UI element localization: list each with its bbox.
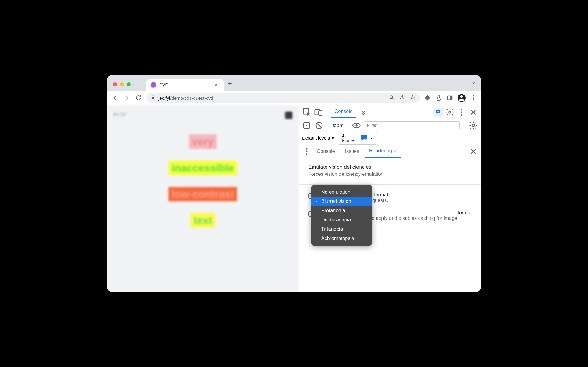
maximize-window-button[interactable] bbox=[127, 82, 131, 86]
sidepanel-icon[interactable] bbox=[446, 95, 453, 101]
live-expression-icon[interactable] bbox=[352, 121, 361, 130]
settings-icon[interactable] bbox=[445, 108, 454, 117]
console-infobar: Default levels ▾ 4 Issues: 4 bbox=[299, 132, 481, 144]
svg-point-6 bbox=[473, 97, 474, 99]
section-title: Emulate vision deficiencies bbox=[308, 164, 472, 170]
close-devtools-icon[interactable] bbox=[469, 108, 478, 117]
drawer-tabbar: Console Issues Rendering × bbox=[299, 144, 481, 158]
web-page: jec.fyi very inaccessible low-contrast t… bbox=[107, 105, 299, 292]
console-sidebar-toggle-icon[interactable] bbox=[302, 121, 311, 130]
drawer-tab-console[interactable]: Console bbox=[313, 146, 339, 157]
tab-title: CVD bbox=[159, 82, 210, 87]
theme-toggle[interactable] bbox=[285, 112, 292, 119]
menu-icon[interactable] bbox=[470, 95, 477, 101]
log-levels-select[interactable]: Default levels ▾ bbox=[302, 135, 334, 141]
tab-strip: CVD × + bbox=[107, 75, 481, 91]
vision-deficiency-dropdown[interactable]: No emulation Blurred vision Protanopia D… bbox=[311, 185, 372, 246]
page-brand: jec.fyi bbox=[113, 112, 126, 119]
lock-icon bbox=[151, 95, 155, 101]
svg-point-19 bbox=[306, 148, 308, 149]
url-host: jec.fyi/demo/cds-quest-cvd bbox=[158, 95, 213, 101]
drawer-tab-rendering[interactable]: Rendering × bbox=[365, 145, 401, 158]
svg-point-20 bbox=[306, 150, 308, 152]
rendering-panel: Emulate vision deficiencies Forces visio… bbox=[299, 158, 481, 292]
bookmark-icon[interactable] bbox=[410, 95, 415, 101]
reload-button[interactable] bbox=[135, 94, 142, 102]
console-toolbar: top ▾ Filter bbox=[299, 119, 481, 132]
demo-word: inaccessible bbox=[168, 161, 237, 175]
tabs-overflow-button[interactable] bbox=[471, 80, 476, 87]
content-area: jec.fyi very inaccessible low-contrast t… bbox=[107, 105, 481, 292]
more-tabs-icon[interactable] bbox=[359, 108, 368, 117]
devtools-panel: Console bbox=[299, 105, 481, 292]
back-button[interactable] bbox=[111, 94, 119, 102]
svg-rect-0 bbox=[152, 97, 154, 99]
address-bar[interactable]: jec.fyi/demo/cds-quest-cvd bbox=[147, 93, 420, 103]
svg-point-5 bbox=[473, 95, 474, 97]
omnibox-actions bbox=[389, 95, 415, 101]
dropdown-option[interactable]: Achromatopsia bbox=[311, 234, 372, 243]
close-drawer-icon[interactable] bbox=[469, 147, 478, 156]
close-window-button[interactable] bbox=[113, 82, 117, 86]
dropdown-option[interactable]: Protanopia bbox=[311, 206, 372, 215]
dropdown-option[interactable]: Deuteranopia bbox=[311, 215, 372, 225]
context-selector[interactable]: top ▾ bbox=[333, 123, 343, 128]
new-tab-button[interactable]: + bbox=[224, 80, 236, 91]
browser-window: CVD × + jec.fyi/demo/cds-quest-cvd bbox=[107, 75, 481, 292]
kebab-icon[interactable] bbox=[457, 108, 466, 117]
dropdown-arrow-icon: ▾ bbox=[340, 123, 343, 128]
issues-button[interactable]: 4 Issues: 4 bbox=[339, 132, 377, 145]
svg-point-17 bbox=[355, 124, 358, 127]
svg-point-4 bbox=[460, 95, 463, 98]
filter-input[interactable]: Filter bbox=[364, 121, 460, 129]
favicon bbox=[151, 82, 156, 88]
share-icon[interactable] bbox=[399, 95, 405, 101]
svg-point-12 bbox=[461, 108, 462, 110]
svg-rect-3 bbox=[450, 96, 452, 100]
window-controls bbox=[110, 82, 134, 91]
extensions-icon[interactable] bbox=[424, 95, 431, 101]
dropdown-option-selected[interactable]: Blurred vision bbox=[311, 197, 372, 206]
svg-rect-10 bbox=[319, 111, 322, 115]
devtools-tabbar: Console bbox=[299, 105, 481, 119]
toolbar: jec.fyi/demo/cds-quest-cvd bbox=[107, 91, 481, 105]
devtools-tab-console[interactable]: Console bbox=[331, 106, 356, 118]
demo-word: very bbox=[189, 134, 217, 149]
drawer-tab-issues[interactable]: Issues bbox=[341, 146, 364, 157]
svg-point-21 bbox=[306, 153, 308, 155]
dropdown-arrow-icon: ▾ bbox=[332, 135, 334, 141]
tab-close-button[interactable]: × bbox=[213, 82, 219, 88]
zoom-icon[interactable] bbox=[389, 95, 394, 101]
device-toggle-icon[interactable] bbox=[314, 108, 323, 117]
svg-point-13 bbox=[461, 111, 462, 113]
svg-point-7 bbox=[473, 99, 474, 101]
demo-word: low-contrast bbox=[168, 187, 237, 201]
dropdown-option[interactable]: No emulation bbox=[311, 188, 372, 197]
section-subtitle: Forces vision deficiency emulation bbox=[308, 171, 472, 177]
console-settings-icon[interactable] bbox=[469, 121, 478, 130]
labs-icon[interactable] bbox=[435, 95, 442, 101]
clear-console-icon[interactable] bbox=[314, 121, 324, 130]
drawer-menu-icon[interactable] bbox=[302, 147, 311, 156]
profile-avatar[interactable] bbox=[458, 94, 466, 102]
svg-point-18 bbox=[472, 124, 475, 127]
browser-tab[interactable]: CVD × bbox=[146, 79, 224, 91]
minimize-window-button[interactable] bbox=[120, 82, 124, 86]
dropdown-option[interactable]: Tritanopia bbox=[311, 225, 372, 234]
close-tab-icon[interactable]: × bbox=[394, 148, 397, 154]
demo-word: text bbox=[190, 213, 215, 228]
forward-button[interactable] bbox=[123, 94, 130, 102]
svg-point-11 bbox=[449, 111, 451, 113]
messages-icon[interactable] bbox=[433, 108, 443, 117]
svg-point-14 bbox=[461, 114, 462, 116]
inspect-icon[interactable] bbox=[302, 108, 311, 117]
